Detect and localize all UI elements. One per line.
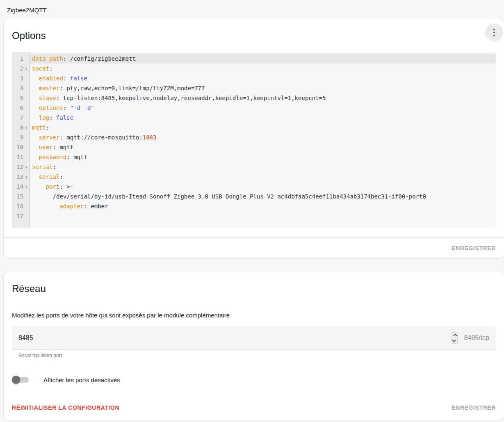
- line-number: 2: [20, 64, 23, 73]
- editor-line: 13∨ serial:: [12, 172, 496, 182]
- code-line[interactable]: user: mqtt: [30, 142, 496, 152]
- token-plain: : /config/zigbee2mqtt: [63, 55, 136, 62]
- port-field[interactable]: 8485/tcp: [12, 326, 496, 349]
- token-key: log: [39, 114, 49, 121]
- fold-arrow-icon[interactable]: ∨: [24, 64, 29, 73]
- token-key: adapter: [59, 203, 84, 210]
- token-plain: : pty,raw,echo=0,link=/tmp/ttyZ2M,mode=7…: [59, 85, 205, 91]
- editor-gutter-cell: 12∨: [12, 162, 30, 172]
- network-save-button[interactable]: ENREGISTRER: [452, 404, 496, 411]
- save-button[interactable]: ENREGISTRER: [452, 245, 496, 251]
- token-key: master: [39, 85, 60, 91]
- token-plain: :: [63, 105, 70, 111]
- token-quoted: "-d -d": [70, 105, 94, 111]
- number-stepper[interactable]: [452, 332, 458, 344]
- token-plain: :: [46, 124, 49, 131]
- token-plain: [32, 134, 39, 141]
- code-line[interactable]: serial:: [30, 162, 496, 172]
- token-plain: : mqtt: [66, 154, 87, 160]
- token-plain: [32, 173, 39, 180]
- line-number: 13: [17, 172, 23, 182]
- token-plain: [32, 203, 59, 210]
- options-card: Options ⋮ 1data_path: /config/zigbee2mqt…: [3, 19, 504, 259]
- line-number: 10: [17, 142, 23, 152]
- code-line[interactable]: [30, 211, 496, 221]
- token-num: 1883: [143, 134, 157, 141]
- line-number: 12: [17, 162, 23, 172]
- token-plain: :: [49, 114, 56, 121]
- editor-line: 1data_path: /config/zigbee2mqtt: [12, 54, 496, 64]
- editor-line: 5 slave: tcp-listen:8485,keepalive,nodel…: [12, 93, 496, 103]
- line-number: 15: [17, 192, 23, 201]
- token-key: enabled: [39, 75, 63, 82]
- token-plain: [32, 114, 39, 121]
- code-line[interactable]: serial:: [30, 172, 496, 182]
- token-plain: :: [63, 75, 70, 82]
- line-number: 3: [20, 73, 23, 83]
- editor-gutter-cell: 2∨: [12, 64, 30, 73]
- code-line[interactable]: server: mqtt://core-mosquitto:1883: [30, 132, 496, 142]
- reset-configuration-button[interactable]: RÉINITIALISER LA CONFIGURATION: [12, 404, 119, 411]
- code-line[interactable]: /dev/serial/by-id/usb-Itead_Sonoff_Zigbe…: [30, 192, 496, 201]
- code-line[interactable]: mqtt:: [30, 123, 496, 132]
- disabled-ports-toggle[interactable]: [12, 375, 30, 385]
- code-line[interactable]: master: pty,raw,echo=0,link=/tmp/ttyZ2M,…: [30, 83, 496, 93]
- token-plain: [32, 183, 46, 190]
- yaml-editor[interactable]: 1data_path: /config/zigbee2mqtt2∨socat:3…: [12, 52, 496, 228]
- code-line[interactable]: log: false: [30, 113, 496, 123]
- overflow-menu-button[interactable]: ⋮: [485, 23, 503, 41]
- token-plain: [32, 105, 39, 111]
- code-line[interactable]: enabled: false: [30, 73, 496, 83]
- editor-gutter-cell: 7: [12, 113, 30, 123]
- editor-line: 17: [12, 211, 496, 221]
- token-plain: : mqtt: [53, 144, 74, 151]
- options-card-title: Options: [4, 19, 504, 41]
- token-key: serial: [32, 164, 53, 170]
- token-key: options: [39, 105, 63, 111]
- network-card: Réseau Modifiez les ports de votre hôte …: [3, 272, 504, 420]
- fold-arrow-icon[interactable]: ∨: [24, 182, 29, 192]
- editor-line: 7 log: false: [12, 113, 496, 123]
- token-plain: [32, 75, 39, 82]
- line-number: 17: [17, 211, 23, 221]
- token-key: socat: [32, 65, 49, 72]
- token-plain: : ember: [84, 203, 108, 210]
- breadcrumb: Zigbee2MQTT: [0, 0, 504, 19]
- stepper-up-icon[interactable]: [453, 333, 457, 338]
- code-line[interactable]: password: mqtt: [30, 152, 496, 162]
- fold-arrow-icon[interactable]: ∨: [24, 123, 29, 132]
- editor-gutter-cell: 6: [12, 103, 30, 113]
- token-key: password: [39, 154, 66, 160]
- code-line[interactable]: adapter: ember: [30, 201, 496, 211]
- editor-gutter-cell: 4: [12, 83, 30, 93]
- code-line[interactable]: options: "-d -d": [30, 103, 496, 113]
- port-input[interactable]: [18, 334, 452, 342]
- options-card-actions: ENREGISTRER: [4, 237, 504, 258]
- editor-line: 11 password: mqtt: [12, 152, 496, 162]
- editor-line: 14∨ port: >-: [12, 182, 496, 192]
- editor-gutter-cell: 16: [12, 201, 30, 211]
- editor-gutter-cell: 1: [12, 54, 30, 64]
- line-number: 8: [20, 123, 23, 132]
- code-line[interactable]: socat:: [30, 64, 496, 73]
- fold-arrow-icon[interactable]: ∨: [24, 162, 29, 172]
- editor-line: 12∨serial:: [12, 162, 496, 172]
- line-number: 1: [20, 54, 23, 64]
- code-line[interactable]: data_path: /config/zigbee2mqtt: [30, 54, 496, 64]
- code-line[interactable]: slave: tcp-listen:8485,keepalive,nodelay…: [30, 93, 496, 103]
- network-card-actions: RÉINITIALISER LA CONFIGURATION ENREGISTR…: [4, 397, 504, 420]
- stepper-down-icon[interactable]: [452, 338, 456, 342]
- token-plain: :: [59, 173, 63, 180]
- code-line[interactable]: port: >-: [30, 182, 496, 192]
- token-bool: false: [70, 75, 87, 82]
- toggle-label[interactable]: Afficher les ports désactivés: [43, 376, 120, 383]
- token-plain: :: [49, 65, 52, 72]
- port-helper-text: Socat tcp-listen port: [18, 353, 496, 358]
- token-plain: : mqtt://core-mosquitto:: [59, 134, 142, 141]
- fold-arrow-icon[interactable]: ∨: [24, 172, 29, 182]
- editor-gutter-cell: 5: [12, 93, 30, 103]
- line-number: 14: [17, 182, 23, 192]
- editor-line: 6 options: "-d -d": [12, 103, 496, 113]
- disabled-ports-toggle-row: Afficher les ports désactivés: [12, 375, 496, 385]
- editor-gutter-cell: 13∨: [12, 172, 30, 182]
